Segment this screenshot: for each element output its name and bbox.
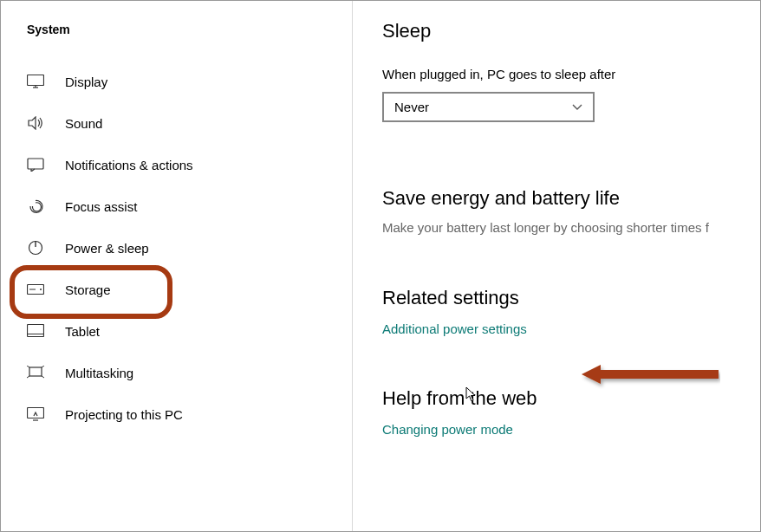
sidebar-item-power-sleep[interactable]: Power & sleep (1, 227, 352, 269)
sidebar-item-notifications[interactable]: Notifications & actions (1, 144, 352, 185)
svg-rect-0 (28, 75, 44, 86)
svg-point-7 (40, 289, 42, 290)
sidebar-item-projecting[interactable]: Projecting to this PC (1, 393, 352, 435)
sidebar-item-label: Projecting to this PC (65, 407, 183, 422)
sidebar-title: System (1, 23, 352, 61)
sleep-heading: Sleep (382, 20, 760, 42)
sidebar-item-label: Focus assist (65, 199, 137, 214)
sidebar-item-multitasking[interactable]: Multitasking (1, 352, 352, 393)
focus-assist-icon (27, 198, 44, 215)
sleep-dropdown[interactable]: Never (382, 92, 595, 122)
sidebar-item-label: Storage (65, 282, 111, 297)
display-icon (27, 73, 44, 90)
svg-line-12 (27, 366, 29, 367)
additional-power-settings-link[interactable]: Additional power settings (382, 321, 527, 336)
sidebar-item-sound[interactable]: Sound (1, 102, 352, 144)
notifications-icon (27, 156, 44, 173)
changing-power-mode-link[interactable]: Changing power mode (382, 422, 513, 437)
sidebar-item-label: Multitasking (65, 366, 133, 380)
sidebar-item-label: Display (65, 75, 107, 89)
sidebar-item-label: Power & sleep (65, 241, 149, 256)
multitasking-icon (27, 364, 44, 381)
sidebar-item-storage[interactable]: Storage (1, 269, 352, 310)
svg-line-13 (42, 366, 44, 367)
dropdown-value: Never (394, 100, 429, 114)
sidebar-item-label: Notifications & actions (65, 158, 193, 172)
storage-icon (27, 281, 44, 298)
projecting-icon (27, 405, 44, 423)
sidebar-item-label: Sound (65, 116, 102, 131)
svg-line-15 (42, 376, 44, 378)
help-heading: Help from the web (382, 387, 760, 410)
chevron-down-icon (572, 104, 582, 111)
sidebar-divider (352, 1, 353, 531)
sidebar-item-focus-assist[interactable]: Focus assist (1, 185, 352, 227)
sidebar-item-tablet[interactable]: Tablet (1, 310, 352, 352)
main-content: Sleep When plugged in, PC goes to sleep … (352, 1, 760, 531)
sidebar-item-label: Tablet (65, 324, 100, 339)
svg-rect-3 (28, 159, 43, 169)
svg-rect-11 (29, 367, 42, 376)
sound-icon (27, 114, 44, 132)
svg-rect-9 (28, 325, 44, 337)
power-icon (27, 239, 44, 256)
sidebar-item-display[interactable]: Display (1, 61, 352, 102)
sleep-sublabel: When plugged in, PC goes to sleep after (382, 67, 760, 81)
energy-heading: Save energy and battery life (382, 187, 760, 210)
related-heading: Related settings (382, 287, 760, 309)
energy-description: Make your battery last longer by choosin… (382, 220, 760, 235)
tablet-icon (27, 322, 44, 340)
sidebar: System Display Sound Notifications & act… (1, 1, 352, 531)
svg-line-14 (27, 376, 29, 378)
